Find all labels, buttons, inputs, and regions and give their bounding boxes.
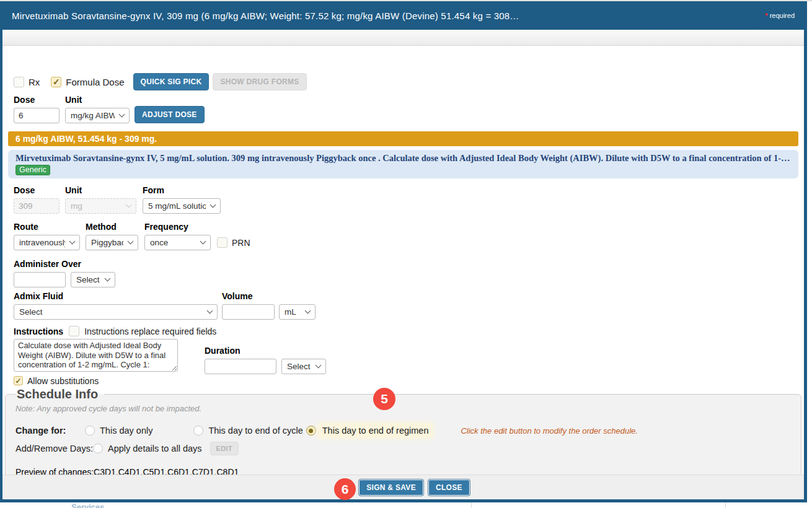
chevron-down-icon <box>126 202 132 208</box>
apply-details-label: Apply details to all days <box>108 444 202 453</box>
instructions-header-row: Instructions Instructions replace requir… <box>14 326 793 336</box>
admix-fluid-select[interactable]: Select <box>14 304 218 320</box>
allow-substitutions-checkbox[interactable]: ✓ <box>14 376 23 385</box>
volume-unit-select-value: mL <box>285 307 301 317</box>
duration-unit-select[interactable]: Select <box>281 359 326 374</box>
chevron-down-icon <box>128 239 134 245</box>
required-asterisk: * <box>765 12 767 19</box>
instructions-label: Instructions <box>14 326 63 336</box>
chevron-down-icon <box>207 308 213 314</box>
edit-button: EDIT <box>210 442 239 455</box>
unit-select[interactable]: mg/kg AIBW <box>65 108 130 123</box>
toolbar-strip <box>2 30 804 46</box>
schedule-note: Note: Any approved cycle days will not b… <box>15 404 791 413</box>
chevron-down-icon <box>200 239 206 245</box>
route-select-value: intravenously <box>19 238 65 247</box>
admix-fluid-label: Admix Fluid <box>14 291 218 301</box>
modal-title: Mirvetuximab Soravtansine-gynx IV, 309 m… <box>12 11 519 21</box>
footer-action-bar: SIGN & SAVE CLOSE <box>2 475 804 499</box>
chevron-down-icon <box>119 112 125 118</box>
formula-dose-checkbox[interactable]: ✓ <box>51 77 61 87</box>
unit-select-value: mg/kg AIBW <box>71 111 115 120</box>
calc-unit-label: Unit <box>65 185 136 195</box>
prn-checkbox[interactable] <box>217 237 227 248</box>
show-drug-forms-button: SHOW DRUG FORMS <box>213 73 306 90</box>
close-button[interactable]: CLOSE <box>428 479 470 496</box>
calc-unit-select: mg <box>65 198 136 214</box>
route-select[interactable]: intravenously <box>14 235 80 250</box>
form-select[interactable]: 5 mg/mL solution <box>143 198 221 214</box>
chevron-down-icon <box>69 239 76 245</box>
formula-dose-label: Formula Dose <box>66 77 124 87</box>
schedule-info-section: Schedule Info Note: Any approved cycle d… <box>5 387 801 485</box>
frequency-select[interactable]: once <box>144 235 211 250</box>
chevron-down-icon <box>210 202 216 208</box>
duration-input[interactable] <box>205 359 276 374</box>
rx-checkbox[interactable] <box>14 77 24 87</box>
adjust-dose-button[interactable]: ADJUST DOSE <box>135 106 205 123</box>
quick-sig-pick-button[interactable]: QUICK SIG PICK <box>133 73 210 90</box>
medication-order-modal: Mirvetuximab Soravtansine-gynx IV, 309 m… <box>0 1 807 502</box>
dose-label: Dose <box>14 95 60 105</box>
volume-input[interactable] <box>222 304 275 320</box>
instructions-textarea[interactable]: Calculate dose with Adjusted Ideal Body … <box>14 339 178 372</box>
instructions-replace-checkbox[interactable] <box>69 326 79 336</box>
sign-and-save-button[interactable]: SIGN & SAVE <box>358 479 424 496</box>
option-day-to-end-of-cycle: This day to end of cycle <box>193 426 302 436</box>
option-label: This day to end of regimen <box>319 424 433 437</box>
instructions-row: Calculate dose with Adjusted Ideal Body … <box>14 339 793 374</box>
radio-this-day-only[interactable] <box>85 426 95 436</box>
services-link[interactable]: Services <box>71 502 105 508</box>
administer-over-label: Administer Over <box>14 259 793 269</box>
chevron-down-icon <box>105 276 111 282</box>
option-day-to-end-of-regimen: This day to end of regimen <box>306 424 433 437</box>
duration-unit-select-value: Select <box>287 362 311 371</box>
background-divider <box>725 502 726 508</box>
background-divider <box>471 502 472 508</box>
option-label: This day to end of cycle <box>208 426 302 436</box>
allow-substitutions-label: Allow substitutions <box>27 376 99 385</box>
change-for-row: Change for: This day only This day to en… <box>15 424 791 437</box>
duration-group: Duration Select <box>205 346 326 374</box>
order-summary-box: Mirvetuximab Soravtansine-gynx IV, 5 mg/… <box>8 150 798 178</box>
administer-over-unit-select[interactable]: Select <box>71 272 115 287</box>
chevron-down-icon <box>305 308 311 314</box>
volume-label: Volume <box>222 291 275 301</box>
required-indicator: *required <box>765 12 795 19</box>
dose-input[interactable] <box>14 108 60 123</box>
instructions-replace-label: Instructions replace required fields <box>84 326 216 336</box>
chevron-down-icon <box>316 362 322 369</box>
modal-titlebar: Mirvetuximab Soravtansine-gynx IV, 309 m… <box>2 1 804 30</box>
frequency-label: Frequency <box>144 222 211 232</box>
admix-row: Admix Fluid Select Volume mL <box>14 291 793 320</box>
radio-day-to-end-of-cycle[interactable] <box>193 426 203 436</box>
dose-calculation-banner: 6 mg/kg AIBW, 51.454 kg - 309 mg. <box>8 131 798 146</box>
add-remove-days-label: Add/Remove Days: <box>15 444 93 453</box>
allow-substitutions-row: ✓ Allow substitutions <box>14 376 793 385</box>
radio-apply-details-all-days[interactable] <box>93 444 103 453</box>
rx-label: Rx <box>29 77 40 87</box>
required-label: required <box>770 12 795 19</box>
check-icon: ✓ <box>53 77 60 86</box>
form-label: Form <box>143 185 221 195</box>
route-label: Route <box>14 222 80 232</box>
order-summary-text: Mirvetuximab Soravtansine-gynx IV, 5 mg/… <box>15 153 791 164</box>
method-select[interactable]: Piggyback <box>86 235 138 250</box>
option-label: This day only <box>100 426 152 436</box>
schedule-info-legend: Schedule Info <box>15 387 104 401</box>
administer-over-input[interactable] <box>14 272 66 287</box>
dose-entry-row: Dose Unit mg/kg AIBW ADJUST DOSE <box>14 95 793 123</box>
radio-dot <box>309 429 313 433</box>
prn-wrap: PRN <box>217 235 250 250</box>
radio-day-to-end-of-regimen[interactable] <box>306 426 316 436</box>
order-form: Rx ✓ Formula Dose QUICK SIG PICK SHOW DR… <box>2 73 804 485</box>
calc-dose-label: Dose <box>14 185 60 195</box>
form-select-value: 5 mg/mL solution <box>148 201 206 211</box>
annotation-step-6: 6 <box>334 478 356 500</box>
change-for-label: Change for: <box>15 426 84 436</box>
edit-schedule-hint: Click the edit button to modify the orde… <box>461 426 637 436</box>
admix-fluid-select-value: Select <box>19 307 203 317</box>
calc-unit-select-value: mg <box>71 201 121 211</box>
prn-label: PRN <box>232 238 250 248</box>
volume-unit-select[interactable]: mL <box>279 304 316 320</box>
